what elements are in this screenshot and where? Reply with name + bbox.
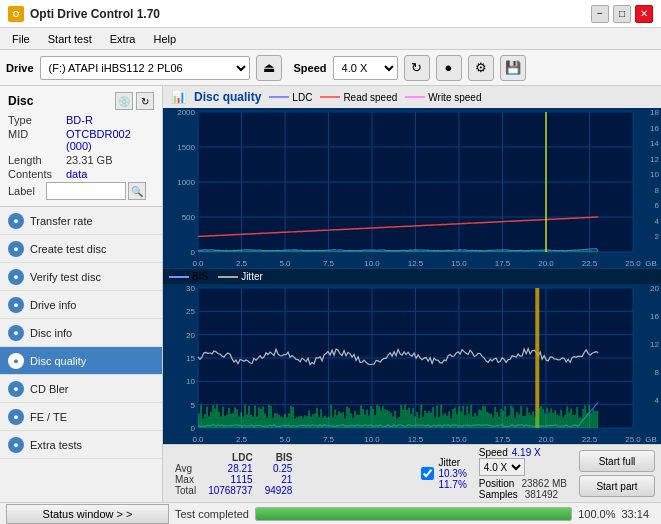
svg-rect-64 <box>238 250 240 252</box>
sidebar-item-cd-bler[interactable]: ●CD Bler <box>0 375 162 403</box>
svg-rect-106 <box>322 250 324 252</box>
start-full-button[interactable]: Start full <box>579 450 655 472</box>
svg-rect-387 <box>392 416 394 428</box>
svg-rect-384 <box>386 410 388 428</box>
svg-rect-393 <box>404 405 406 428</box>
svg-rect-214 <box>538 250 540 252</box>
svg-rect-388 <box>394 411 396 428</box>
app-title: Opti Drive Control 1.70 <box>30 7 160 21</box>
speed-stats: Speed 4.19 X 4.0 X Position 23862 MB Sam… <box>479 447 567 500</box>
titlebar-controls: − □ ✕ <box>591 5 653 23</box>
svg-text:12.5: 12.5 <box>408 259 424 268</box>
sidebar-item-drive-info[interactable]: ●Drive info <box>0 291 162 319</box>
drive-select[interactable]: (F:) ATAPI iHBS112 2 PL06 <box>40 56 250 80</box>
svg-rect-373 <box>364 414 366 428</box>
speed-stat-value: 4.19 X <box>512 447 541 458</box>
svg-rect-215 <box>540 251 542 252</box>
disc-icon-button[interactable]: 💿 <box>115 92 133 110</box>
disc-info-label: Disc info <box>30 327 72 339</box>
svg-rect-227 <box>564 251 566 252</box>
svg-rect-301 <box>220 417 222 428</box>
svg-rect-123 <box>356 250 358 252</box>
menu-file[interactable]: File <box>4 31 38 47</box>
speed-select[interactable]: 4.0 X <box>333 56 398 80</box>
svg-rect-121 <box>352 251 354 252</box>
svg-rect-331 <box>280 416 282 428</box>
svg-rect-456 <box>530 415 532 428</box>
refresh-button[interactable]: ↻ <box>404 55 430 81</box>
transfer-rate-label: Transfer rate <box>30 215 93 227</box>
svg-text:25: 25 <box>186 307 195 316</box>
svg-rect-407 <box>432 407 434 428</box>
eject-button[interactable]: ⏏ <box>256 55 282 81</box>
svg-rect-160 <box>430 251 432 252</box>
svg-rect-122 <box>354 251 356 252</box>
sidebar-item-fe-te[interactable]: ●FE / TE <box>0 403 162 431</box>
label-button[interactable]: 🔍 <box>128 182 146 200</box>
toolbar: Drive (F:) ATAPI iHBS112 2 PL06 ⏏ Speed … <box>0 50 661 86</box>
svg-rect-166 <box>442 251 444 252</box>
svg-text:30: 30 <box>186 284 195 293</box>
svg-rect-391 <box>400 405 402 428</box>
time-text: 33:14 <box>621 508 649 520</box>
svg-rect-151 <box>412 251 414 252</box>
disc-refresh-button[interactable]: ↻ <box>136 92 154 110</box>
sidebar-item-verify-test-disc[interactable]: ●Verify test disc <box>0 263 162 291</box>
close-button[interactable]: ✕ <box>635 5 653 23</box>
svg-rect-74 <box>258 251 260 252</box>
sidebar-item-extra-tests[interactable]: ●Extra tests <box>0 431 162 459</box>
svg-rect-433 <box>484 407 486 428</box>
speed-stat-select[interactable]: 4.0 X <box>479 458 525 476</box>
length-value: 23.31 GB <box>66 154 112 166</box>
svg-rect-448 <box>514 418 516 428</box>
svg-rect-212 <box>534 251 536 252</box>
svg-rect-299 <box>216 405 218 428</box>
drive-info-icon: ● <box>8 297 24 313</box>
svg-rect-95 <box>300 251 302 252</box>
svg-rect-98 <box>306 251 308 252</box>
svg-rect-415 <box>448 411 450 428</box>
svg-text:25.0: 25.0 <box>625 259 641 268</box>
sidebar-item-create-test-disc[interactable]: ●Create test disc <box>0 235 162 263</box>
svg-rect-66 <box>242 251 244 252</box>
samples-label: Samples <box>479 489 518 500</box>
start-part-button[interactable]: Start part <box>579 475 655 497</box>
extra-tests-icon: ● <box>8 437 24 453</box>
svg-rect-303 <box>224 416 226 428</box>
jitter-checkbox[interactable] <box>421 467 434 480</box>
svg-rect-135 <box>380 251 382 252</box>
svg-rect-327 <box>272 418 274 428</box>
svg-rect-481 <box>580 418 582 428</box>
settings-button[interactable]: ⚙ <box>468 55 494 81</box>
svg-rect-87 <box>284 250 286 252</box>
svg-rect-80 <box>270 251 272 252</box>
menu-help[interactable]: Help <box>145 31 184 47</box>
svg-rect-183 <box>476 251 478 252</box>
svg-rect-322 <box>262 406 264 428</box>
main-content: Disc 💿 ↻ Type BD-R MID OTCBDR002 (000) L… <box>0 86 661 502</box>
svg-rect-350 <box>318 417 320 428</box>
svg-rect-293 <box>204 414 206 428</box>
svg-rect-478 <box>574 415 576 428</box>
label-input[interactable] <box>46 182 126 200</box>
svg-rect-231 <box>572 251 574 252</box>
svg-rect-193 <box>496 250 498 252</box>
sidebar-item-transfer-rate[interactable]: ●Transfer rate <box>0 207 162 235</box>
svg-rect-168 <box>446 251 448 252</box>
menu-start-test[interactable]: Start test <box>40 31 100 47</box>
status-window-button[interactable]: Status window > > <box>6 504 169 524</box>
maximize-button[interactable]: □ <box>613 5 631 23</box>
sidebar-item-disc-info[interactable]: ●Disc info <box>0 319 162 347</box>
fe-te-label: FE / TE <box>30 411 67 423</box>
svg-rect-58 <box>226 250 228 252</box>
burn-button[interactable]: ● <box>436 55 462 81</box>
sidebar-item-disc-quality[interactable]: ●Disc quality <box>0 347 162 375</box>
menu-extra[interactable]: Extra <box>102 31 144 47</box>
svg-text:0: 0 <box>191 424 196 433</box>
save-button[interactable]: 💾 <box>500 55 526 81</box>
minimize-button[interactable]: − <box>591 5 609 23</box>
svg-rect-421 <box>460 412 462 428</box>
svg-rect-489 <box>596 411 598 428</box>
svg-rect-223 <box>556 251 558 252</box>
svg-rect-82 <box>274 250 276 252</box>
